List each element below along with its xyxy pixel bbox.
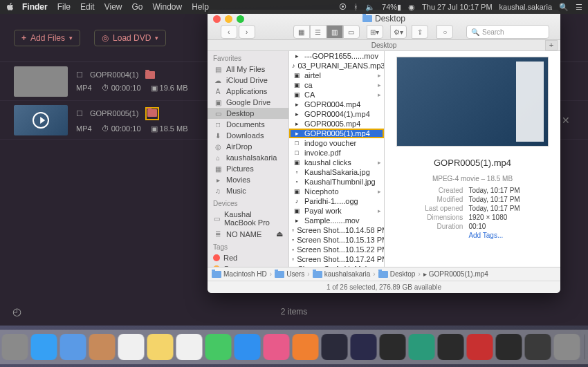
dock-appstore[interactable] <box>235 334 261 360</box>
bluetooth-icon[interactable]: ᚼ <box>353 3 358 11</box>
menu-window[interactable]: Window <box>153 2 183 12</box>
file-item[interactable]: ▸GOPR0005.mp4 <box>289 119 384 129</box>
sidebar-item[interactable]: ▭Desktop <box>208 108 288 119</box>
open-folder-icon[interactable] <box>145 71 155 79</box>
action-button[interactable]: ⚙▾ <box>390 25 407 39</box>
file-item[interactable]: ▸GOPR0004.mp4 <box>289 100 384 109</box>
file-item[interactable]: ▣Payal work▸ <box>289 206 384 216</box>
path-segment[interactable]: kaushalsakaria <box>313 270 371 278</box>
sidebar-item[interactable]: ▸Movies <box>208 174 288 185</box>
sidebar-item[interactable]: □Documents <box>208 119 288 130</box>
dock-calendar[interactable] <box>118 334 145 360</box>
path-segment[interactable]: Macintosh HD <box>212 270 267 278</box>
wifi-icon[interactable]: ⦿ <box>339 3 347 11</box>
eject-icon[interactable]: ⏏ <box>276 229 283 238</box>
file-item[interactable]: □invoice.pdf <box>289 148 384 158</box>
file-item[interactable]: ▫Screen Shot...10.15.13 PM <box>289 235 384 245</box>
sidebar-item[interactable]: ▦Pictures <box>208 163 288 174</box>
clock-icon[interactable]: ◴ <box>12 305 21 318</box>
share-button[interactable]: ⇪ <box>412 25 428 39</box>
sidebar-item[interactable]: ▭Kaushal MacBook Pro <box>208 209 288 228</box>
file-item[interactable]: ▫Screen Shot...10.15.22 PM <box>289 245 384 254</box>
file-item[interactable]: ▣Nicephoto▸ <box>289 187 384 196</box>
file-item[interactable]: ▣kaushal clicks▸ <box>289 158 384 167</box>
dock-notes[interactable] <box>147 334 174 360</box>
dock-photoshop[interactable] <box>351 334 377 360</box>
sidebar-tag[interactable]: Red <box>208 252 288 263</box>
dock-vlc[interactable] <box>293 334 319 360</box>
screen-record-icon[interactable]: ◉ <box>408 3 415 12</box>
menu-view[interactable]: View <box>104 2 122 12</box>
file-item[interactable]: □indogo voucher <box>289 138 384 148</box>
volume-icon[interactable]: 🔈 <box>365 3 375 12</box>
file-item[interactable]: ▣ca▸ <box>289 80 384 90</box>
thumbnail[interactable] <box>14 66 68 97</box>
menu-edit[interactable]: Edit <box>80 2 95 12</box>
path-segment[interactable]: Users <box>275 270 304 278</box>
file-item[interactable]: ▸GOPR0005(1).mp4 <box>289 129 384 138</box>
sidebar-item[interactable]: ⌂kaushalsakaria <box>208 152 288 163</box>
dock-wondershare[interactable] <box>409 334 435 360</box>
checkbox[interactable]: ☐ <box>76 70 83 79</box>
dock-safari[interactable] <box>31 334 57 360</box>
user-name[interactable]: kaushal.sakaria <box>499 3 552 11</box>
search-input[interactable]: 🔍 Search <box>466 25 549 39</box>
dock-contacts[interactable] <box>89 334 116 360</box>
view-list-button[interactable]: ☰ <box>310 25 327 39</box>
dock-reminders[interactable] <box>176 334 203 360</box>
dock-daplayer[interactable] <box>496 334 522 360</box>
sidebar-item[interactable]: AApplications <box>208 86 288 97</box>
view-icon-button[interactable]: ▦ <box>293 25 310 39</box>
app-name[interactable]: Finder <box>22 2 48 12</box>
file-column[interactable]: ▸---GOPR1655......mov♪03_PURANI_JEANS.mp… <box>289 51 385 267</box>
sidebar-item[interactable]: ≣NO NAME⏏ <box>208 228 288 240</box>
dock-gopro[interactable] <box>525 334 551 360</box>
menu-go[interactable]: Go <box>132 2 143 12</box>
thumbnail[interactable] <box>14 105 68 135</box>
sidebar-item[interactable]: ▤All My Files <box>208 64 288 75</box>
dock-filezilla[interactable] <box>467 334 493 360</box>
file-item[interactable]: ▫Screen Shot...10.14.58 PM <box>289 225 384 235</box>
menu-help[interactable]: Help <box>192 2 209 12</box>
notifications-icon[interactable]: ☰ <box>576 3 582 12</box>
checkbox[interactable]: ☐ <box>76 109 83 118</box>
sidebar-item[interactable]: ☁iCloud Drive <box>208 75 288 86</box>
dock-preferences[interactable] <box>554 334 580 360</box>
dock-launchpad[interactable] <box>2 334 28 360</box>
back-button[interactable]: ‹ <box>221 25 237 39</box>
file-item[interactable]: ♪03_PURANI_JEANS.mp3 <box>289 61 384 70</box>
file-item[interactable]: ▸Sample.......mov <box>289 216 384 225</box>
file-item[interactable]: ▸---GOPR1655......mov <box>289 51 384 61</box>
path-bar[interactable]: Macintosh HD›Users›kaushalsakaria›Deskto… <box>208 267 560 281</box>
apple-menu-icon[interactable] <box>6 2 15 12</box>
dock-messages[interactable] <box>205 334 232 360</box>
tab-desktop[interactable]: Desktop <box>371 41 397 49</box>
dock-itunes[interactable] <box>264 334 290 360</box>
dock-lightroom[interactable] <box>322 334 348 360</box>
sidebar-item[interactable]: ▣Google Drive <box>208 97 288 108</box>
file-item[interactable]: ▫Screen Shot...10.17.24 PM <box>289 254 384 264</box>
file-item[interactable]: ♪Paridhi-1.....ogg <box>289 196 384 206</box>
view-column-button[interactable]: ▥ <box>327 25 343 39</box>
file-item[interactable]: ▣CA▸ <box>289 90 384 100</box>
file-item[interactable]: ▸GOPR0004(1).mp4 <box>289 109 384 119</box>
zoom-button[interactable] <box>237 15 244 23</box>
spotlight-icon[interactable]: 🔍 <box>559 3 569 12</box>
minimize-button[interactable] <box>225 15 232 23</box>
tags-button[interactable]: ○ <box>437 25 453 39</box>
new-tab-button[interactable]: + <box>545 40 558 50</box>
remove-button[interactable]: ✕ <box>562 115 574 126</box>
dock-mail[interactable] <box>60 334 86 360</box>
file-item[interactable]: ▫KaushalThumbnil.jpg <box>289 177 384 187</box>
path-segment[interactable]: ▸ GOPR0005(1).mp4 <box>423 270 488 278</box>
path-segment[interactable]: Desktop <box>378 270 416 278</box>
load-dvd-button[interactable]: ◎ Load DVD ▾ <box>94 30 166 46</box>
sidebar-item[interactable]: ◎AirDrop <box>208 141 288 152</box>
datetime[interactable]: Thu 27 Jul 10:17 PM <box>422 3 493 11</box>
battery-status[interactable]: 74% ▮ <box>382 3 401 12</box>
sidebar-item[interactable]: ⬇Downloads <box>208 130 288 141</box>
dock-pycharm[interactable] <box>438 334 464 360</box>
menu-file[interactable]: File <box>57 2 71 12</box>
add-files-button[interactable]: + Add Files ▾ <box>14 30 80 46</box>
add-tags-link[interactable]: Add Tags... <box>468 232 520 239</box>
